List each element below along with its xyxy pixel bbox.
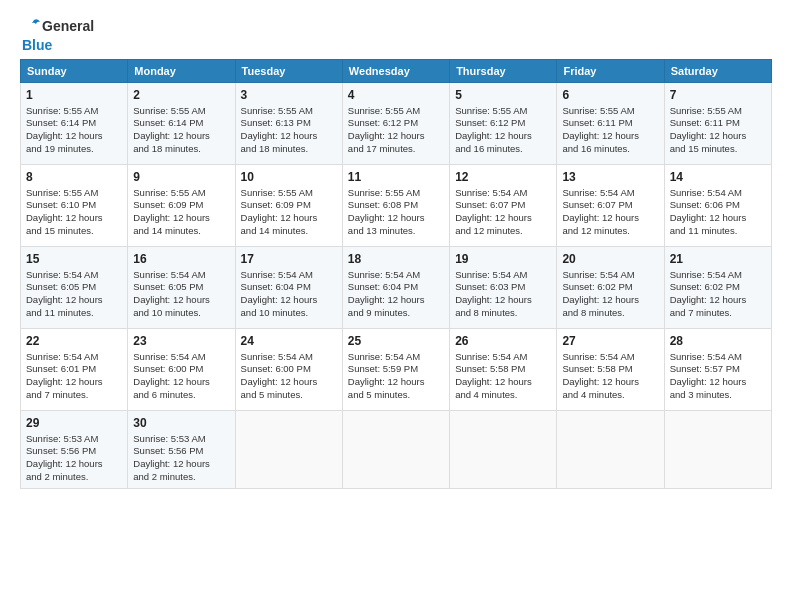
table-row: 16 Sunrise: 5:54 AM Sunset: 6:05 PM Dayl… bbox=[128, 247, 235, 329]
table-row: 1 Sunrise: 5:55 AM Sunset: 6:14 PM Dayli… bbox=[21, 83, 128, 165]
table-row: 11 Sunrise: 5:55 AM Sunset: 6:08 PM Dayl… bbox=[342, 165, 449, 247]
calendar-week-4: 22 Sunrise: 5:54 AM Sunset: 6:01 PM Dayl… bbox=[21, 329, 772, 411]
col-thursday: Thursday bbox=[450, 60, 557, 83]
table-row: 25 Sunrise: 5:54 AM Sunset: 5:59 PM Dayl… bbox=[342, 329, 449, 411]
empty-cell bbox=[342, 411, 449, 488]
table-row: 4 Sunrise: 5:55 AM Sunset: 6:12 PM Dayli… bbox=[342, 83, 449, 165]
page: General Blue Sunday Monday Tuesday Wedne… bbox=[0, 0, 792, 612]
col-friday: Friday bbox=[557, 60, 664, 83]
table-row: 26 Sunrise: 5:54 AM Sunset: 5:58 PM Dayl… bbox=[450, 329, 557, 411]
empty-cell bbox=[235, 411, 342, 488]
table-row: 6 Sunrise: 5:55 AM Sunset: 6:11 PM Dayli… bbox=[557, 83, 664, 165]
table-row: 7 Sunrise: 5:55 AM Sunset: 6:11 PM Dayli… bbox=[664, 83, 771, 165]
calendar-week-1: 1 Sunrise: 5:55 AM Sunset: 6:14 PM Dayli… bbox=[21, 83, 772, 165]
empty-cell bbox=[450, 411, 557, 488]
table-row: 29 Sunrise: 5:53 AM Sunset: 5:56 PM Dayl… bbox=[21, 411, 128, 488]
table-row: 30 Sunrise: 5:53 AM Sunset: 5:56 PM Dayl… bbox=[128, 411, 235, 488]
calendar-week-3: 15 Sunrise: 5:54 AM Sunset: 6:05 PM Dayl… bbox=[21, 247, 772, 329]
table-row: 10 Sunrise: 5:55 AM Sunset: 6:09 PM Dayl… bbox=[235, 165, 342, 247]
col-saturday: Saturday bbox=[664, 60, 771, 83]
logo: General Blue bbox=[20, 16, 94, 53]
table-row: 3 Sunrise: 5:55 AM Sunset: 6:13 PM Dayli… bbox=[235, 83, 342, 165]
table-row: 17 Sunrise: 5:54 AM Sunset: 6:04 PM Dayl… bbox=[235, 247, 342, 329]
header: General Blue bbox=[20, 16, 772, 53]
table-row: 28 Sunrise: 5:54 AM Sunset: 5:57 PM Dayl… bbox=[664, 329, 771, 411]
table-row: 19 Sunrise: 5:54 AM Sunset: 6:03 PM Dayl… bbox=[450, 247, 557, 329]
table-row: 12 Sunrise: 5:54 AM Sunset: 6:07 PM Dayl… bbox=[450, 165, 557, 247]
table-row: 22 Sunrise: 5:54 AM Sunset: 6:01 PM Dayl… bbox=[21, 329, 128, 411]
empty-cell bbox=[664, 411, 771, 488]
col-wednesday: Wednesday bbox=[342, 60, 449, 83]
table-row: 21 Sunrise: 5:54 AM Sunset: 6:02 PM Dayl… bbox=[664, 247, 771, 329]
calendar-table: Sunday Monday Tuesday Wednesday Thursday… bbox=[20, 59, 772, 488]
table-row: 15 Sunrise: 5:54 AM Sunset: 6:05 PM Dayl… bbox=[21, 247, 128, 329]
table-row: 9 Sunrise: 5:55 AM Sunset: 6:09 PM Dayli… bbox=[128, 165, 235, 247]
table-row: 23 Sunrise: 5:54 AM Sunset: 6:00 PM Dayl… bbox=[128, 329, 235, 411]
table-row: 18 Sunrise: 5:54 AM Sunset: 6:04 PM Dayl… bbox=[342, 247, 449, 329]
table-row: 27 Sunrise: 5:54 AM Sunset: 5:58 PM Dayl… bbox=[557, 329, 664, 411]
logo-general: General bbox=[42, 19, 94, 34]
col-monday: Monday bbox=[128, 60, 235, 83]
col-sunday: Sunday bbox=[21, 60, 128, 83]
calendar-week-5: 29 Sunrise: 5:53 AM Sunset: 5:56 PM Dayl… bbox=[21, 411, 772, 488]
table-row: 24 Sunrise: 5:54 AM Sunset: 6:00 PM Dayl… bbox=[235, 329, 342, 411]
table-row: 20 Sunrise: 5:54 AM Sunset: 6:02 PM Dayl… bbox=[557, 247, 664, 329]
table-row: 13 Sunrise: 5:54 AM Sunset: 6:07 PM Dayl… bbox=[557, 165, 664, 247]
table-row: 8 Sunrise: 5:55 AM Sunset: 6:10 PM Dayli… bbox=[21, 165, 128, 247]
logo-bird-icon bbox=[20, 16, 42, 38]
table-row: 14 Sunrise: 5:54 AM Sunset: 6:06 PM Dayl… bbox=[664, 165, 771, 247]
table-row: 5 Sunrise: 5:55 AM Sunset: 6:12 PM Dayli… bbox=[450, 83, 557, 165]
calendar-header-row: Sunday Monday Tuesday Wednesday Thursday… bbox=[21, 60, 772, 83]
empty-cell bbox=[557, 411, 664, 488]
table-row: 2 Sunrise: 5:55 AM Sunset: 6:14 PM Dayli… bbox=[128, 83, 235, 165]
calendar-week-2: 8 Sunrise: 5:55 AM Sunset: 6:10 PM Dayli… bbox=[21, 165, 772, 247]
col-tuesday: Tuesday bbox=[235, 60, 342, 83]
logo-blue: Blue bbox=[22, 38, 52, 53]
